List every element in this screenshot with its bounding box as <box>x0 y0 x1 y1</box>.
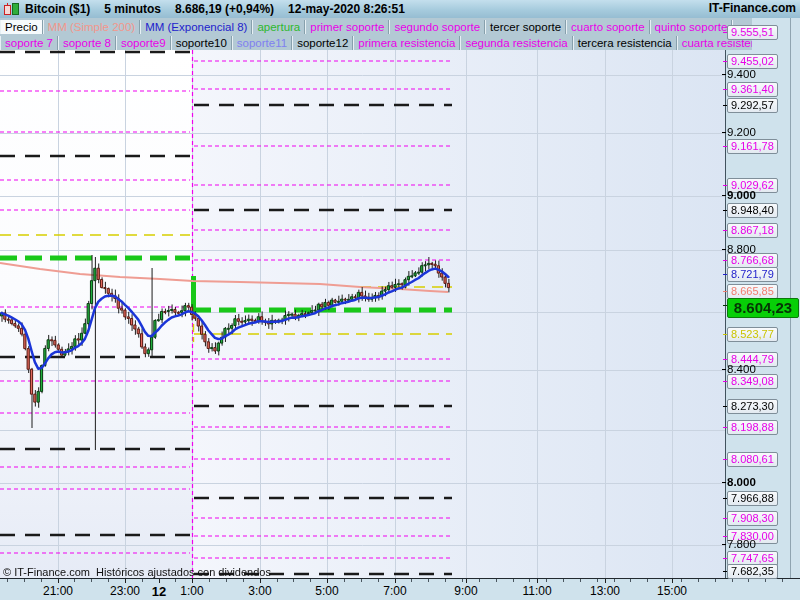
time-minor-tick <box>681 579 682 582</box>
time-tick <box>672 579 673 583</box>
time-label-12: 12 <box>152 584 166 599</box>
time-minor-tick <box>41 579 42 582</box>
price-label-808061: 8.080,61 <box>727 452 778 467</box>
price-label-936140: 9.361,40 <box>727 82 778 97</box>
time-minor-tick <box>277 579 278 582</box>
price-label-872179: 8.721,79 <box>727 267 778 282</box>
legend-row-1: PrecioMM (Simple 200)MM (Exponencial 8)a… <box>0 18 752 34</box>
time-tick <box>192 579 193 583</box>
legend-item-segunda-resistencia[interactable]: segunda resistencia <box>460 36 572 50</box>
legend-item-cuarto-soporte[interactable]: cuarto soporte <box>566 20 650 34</box>
time-minor-tick <box>513 579 514 582</box>
time-label-100: 1:00 <box>180 584 203 598</box>
time-minor-tick <box>698 579 699 582</box>
symbol-name: Bitcoin ($1) <box>25 2 90 16</box>
price-label-876668: 8.766,68 <box>727 253 778 268</box>
legend-item-soporte10[interactable]: soporte10 <box>171 36 232 50</box>
time-tick <box>466 579 467 583</box>
time-minor-tick <box>496 579 497 582</box>
price-label-886718: 8.867,18 <box>727 223 778 238</box>
time-minor-tick <box>74 579 75 582</box>
time-minor-tick <box>732 579 733 582</box>
price-label-866585: 8.665,85 <box>727 284 778 299</box>
time-minor-tick <box>479 579 480 582</box>
time-minor-tick <box>715 579 716 582</box>
time-minor-tick <box>142 579 143 582</box>
time-label-2300: 23:00 <box>110 584 140 598</box>
legend-item-apertura[interactable]: apertura <box>252 20 305 34</box>
price-label-8000: 8.000 <box>727 476 756 489</box>
title-bar: Bitcoin ($1) 5 minutos 8.686,19 (+0,94%)… <box>0 0 800 19</box>
time-minor-tick <box>445 579 446 582</box>
price-label-790830: 7.908,30 <box>727 511 778 526</box>
time-minor-tick <box>243 579 244 582</box>
time-tick <box>58 579 59 583</box>
legend-item-mm-exponencial-8-[interactable]: MM (Exponencial 8) <box>140 20 252 34</box>
legend-item-quinto-soporte[interactable]: quinto soporte <box>650 20 733 34</box>
time-axis[interactable]: 21:0023:00121:003:005:007:009:0011:0013:… <box>0 578 800 600</box>
time-minor-tick <box>91 579 92 582</box>
copyright-notice: © IT-Finance.com Históricos ajustados co… <box>3 566 271 578</box>
price-label-7800: 7.800 <box>727 538 756 551</box>
time-minor-tick <box>647 579 648 582</box>
candlestick-chart-canvas[interactable] <box>0 50 725 578</box>
time-minor-tick <box>108 579 109 582</box>
price-label-796688: 7.966,88 <box>727 491 778 506</box>
time-minor-tick <box>546 579 547 582</box>
trading-chart-window: Bitcoin ($1) 5 minutos 8.686,19 (+0,94%)… <box>0 0 800 600</box>
legend-item-soporte9[interactable]: soporte9 <box>116 36 171 50</box>
price-label-894840: 8.948,40 <box>727 203 778 218</box>
time-minor-tick <box>529 579 530 582</box>
price-label-768235: 7.682,35 <box>727 564 778 579</box>
indicator-legend: PrecioMM (Simple 200)MM (Exponencial 8)a… <box>0 18 752 50</box>
time-minor-tick <box>226 579 227 582</box>
time-label-900: 9:00 <box>454 584 477 598</box>
time-minor-tick <box>209 579 210 582</box>
price-label-827330: 8.273,30 <box>727 399 778 414</box>
time-tick <box>537 579 538 583</box>
time-minor-tick <box>630 579 631 582</box>
price-label-955551: 9.555,51 <box>727 25 778 40</box>
time-minor-tick <box>7 579 8 582</box>
time-label-1100: 11:00 <box>522 584 551 598</box>
time-minor-tick <box>664 579 665 582</box>
price-label-945502: 9.455,02 <box>727 54 778 69</box>
time-label-1500: 15:00 <box>657 584 687 598</box>
legend-item-segundo-soporte[interactable]: segundo soporte <box>389 20 485 34</box>
time-minor-tick <box>782 579 783 582</box>
time-minor-tick <box>378 579 379 582</box>
brand-logo-text: IT-Finance.com <box>709 1 796 15</box>
time-tick <box>159 579 160 583</box>
legend-item-primera-resistencia[interactable]: primera resistencia <box>353 36 460 50</box>
price-label-852377: 8.523,77 <box>727 327 778 342</box>
legend-row-2: soporte 7soporte 8soporte9soporte10sopor… <box>0 34 752 50</box>
legend-item-soporte11[interactable]: soporte11 <box>232 36 292 50</box>
price-label-9000: 9.000 <box>727 189 756 202</box>
legend-item-soporte-7[interactable]: soporte 7 <box>0 36 58 50</box>
time-label-300: 3:00 <box>248 584 271 598</box>
time-tick <box>605 579 606 583</box>
legend-item-soporte-8[interactable]: soporte 8 <box>58 36 116 50</box>
time-minor-tick <box>24 579 25 582</box>
time-tick <box>395 579 396 583</box>
timeframe-label: 5 minutos <box>104 2 161 16</box>
price-label-916178: 9.161,78 <box>727 139 778 154</box>
time-label-2100: 21:00 <box>43 584 73 598</box>
candlestick-chart-icon <box>3 2 19 16</box>
price-label-834908: 8.349,08 <box>727 374 778 389</box>
legend-item-tercera-resistencia[interactable]: tercera resistencia <box>573 36 677 50</box>
time-minor-tick <box>344 579 345 582</box>
time-label-1300: 13:00 <box>590 584 620 598</box>
legend-item-precio[interactable]: Precio <box>0 20 43 34</box>
legend-item-primer-soporte[interactable]: primer soporte <box>305 20 389 34</box>
time-label-500: 5:00 <box>315 584 338 598</box>
time-minor-tick <box>580 579 581 582</box>
legend-item-mm-simple-200-[interactable]: MM (Simple 200) <box>43 20 141 34</box>
time-minor-tick <box>175 579 176 582</box>
time-minor-tick <box>597 579 598 582</box>
time-minor-tick <box>310 579 311 582</box>
time-minor-tick <box>411 579 412 582</box>
legend-item-tercer-soporte[interactable]: tercer soporte <box>485 20 566 34</box>
time-label-700: 7:00 <box>383 584 406 598</box>
legend-item-soporte12[interactable]: soporte12 <box>292 36 353 50</box>
